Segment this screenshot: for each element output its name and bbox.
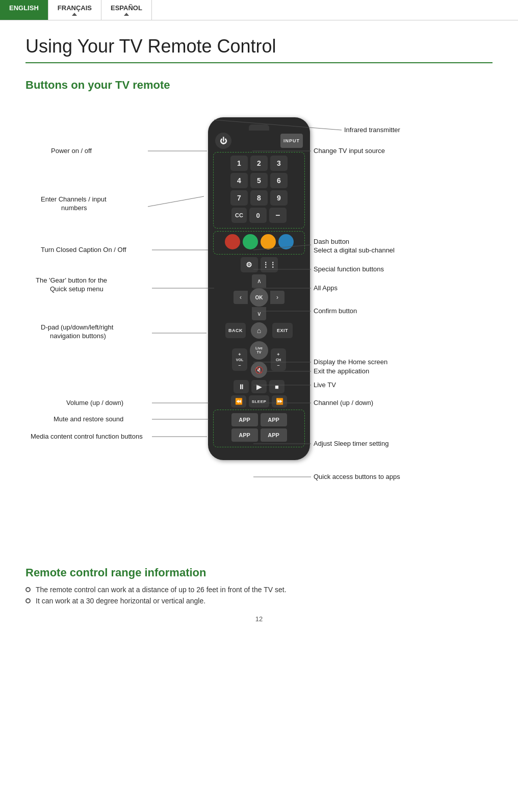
input-button[interactable]: INPUT [280,134,303,148]
label-dpad-1: D-pad (up/down/left/right [41,323,114,331]
app-row-2: APP APP [216,428,302,442]
livetv-label-top: Live [255,346,263,350]
btn-8[interactable]: 8 [250,190,268,206]
label-special-fn: Special function buttons [314,265,384,273]
svg-line-3 [148,196,204,207]
vol-label: VOL [236,358,243,362]
espanol-triangle-icon [124,13,129,16]
media-row: ⏸ ▶ ■ [213,380,305,393]
ok-button[interactable]: OK [250,288,268,307]
label-gear-1: The 'Gear' button for the [36,276,107,284]
livetv-mute-col: Live TV 🔇 [250,341,268,378]
btn-6[interactable]: 6 [270,173,288,188]
section1-title: Buttons on your TV remote [25,79,493,92]
gear-apps-row: ⚙ ⋮⋮ [213,257,305,272]
num-row-1: 1 2 3 [216,156,302,171]
bullet-1 [25,587,31,592]
play-button[interactable]: ▶ [251,380,267,393]
vol-button[interactable]: + VOL – [232,348,247,371]
rewind-button[interactable]: ⏪ [231,395,246,408]
btn-0[interactable]: 0 [249,208,267,223]
btn-7[interactable]: 7 [230,190,248,206]
tab-english[interactable]: ENGLISH [0,0,48,20]
btn-5[interactable]: 5 [250,173,268,188]
livetv-label-bottom: TV [257,350,262,354]
back-exit-row: BACK ⌂ EXIT [213,322,305,339]
app-buttons-section: APP APP APP APP [213,410,305,447]
label-channels-2: numbers [61,204,87,212]
btn-4[interactable]: 4 [230,173,248,188]
label-cc: Turn Closed Caption On / Off [41,246,126,253]
number-pad-section: 1 2 3 4 5 6 7 8 9 CC [213,152,305,229]
home-button[interactable]: ⌂ [251,322,267,339]
pause-button[interactable]: ⏸ [234,380,249,393]
btn-2[interactable]: 2 [250,156,268,171]
exit-button[interactable]: EXIT [272,323,293,338]
all-apps-button[interactable]: ⋮⋮ [261,257,278,272]
label-live-tv: Live TV [314,381,336,389]
vol-minus-icon: – [238,363,241,368]
btn-9[interactable]: 9 [270,190,288,206]
btn-red[interactable] [225,234,240,249]
vol-plus-icon: + [238,352,241,357]
main-content: Using Your TV Remote Control Buttons on … [0,20,518,643]
language-tabs: ENGLISH FRANÇAIS ESPAÑOL [0,0,518,20]
sleep-button[interactable]: SLEEP [249,395,269,408]
range-section: Remote control range information The rem… [25,566,493,605]
range-item-1: The remote control can work at a distanc… [25,586,493,594]
dpad-container: ∧ ‹ OK › ∨ [234,274,284,320]
stop-button[interactable]: ■ [269,380,284,393]
power-input-row: ⏻ INPUT [213,133,305,149]
ch-button[interactable]: + CH – [271,348,286,371]
dpad-up[interactable]: ∧ [252,274,266,288]
tab-espanol-label: ESPAÑOL [111,4,142,12]
range-item-2: It can work at a 30 degree horizontal or… [25,597,493,605]
remote-body: ⏻ INPUT 1 2 3 4 5 6 7 [208,117,310,460]
label-quick-access: Quick access buttons to apps [314,473,400,480]
dpad-left[interactable]: ‹ [234,291,248,304]
num-row-2: 4 5 6 [216,173,302,188]
tab-espanol[interactable]: ESPAÑOL [101,0,152,20]
cc-button[interactable]: CC [231,208,247,223]
gear-button[interactable]: ⚙ [241,257,258,272]
dpad-down[interactable]: ∨ [252,307,266,320]
label-infrared: Infrared transmitter [344,126,400,134]
app-btn-4[interactable]: APP [261,428,287,442]
label-channels-1: Enter Channels / input [41,195,107,203]
btn-3[interactable]: 3 [270,156,288,171]
rew-sleep-fwd-row: ⏪ SLEEP ⏩ [213,395,305,408]
page-title: Using Your TV Remote Control [25,36,493,63]
btn-1[interactable]: 1 [230,156,248,171]
vol-livetv-ch-row: + VOL – Live TV 🔇 + CH – [213,341,305,378]
livetv-button[interactable]: Live TV [250,341,268,360]
color-btn-row [216,234,302,249]
dpad-right[interactable]: › [270,291,284,304]
color-buttons-section [213,231,305,255]
dash-button[interactable]: – [269,208,287,223]
forward-button[interactable]: ⏩ [272,395,287,408]
app-btn-2[interactable]: APP [261,413,287,426]
app-btn-3[interactable]: APP [231,428,258,442]
label-dpad-2: navigation buttons) [50,332,106,340]
num-row-3: 7 8 9 [216,190,302,206]
btn-yellow[interactable] [261,234,276,249]
label-gear-2: Quick setup menu [50,285,103,293]
tab-francais[interactable]: FRANÇAIS [48,0,101,20]
label-input: Change TV input source [314,147,385,155]
btn-green[interactable] [243,234,258,249]
app-row-1: APP APP [216,413,302,426]
label-home-screen: Display the Home screen [314,358,387,366]
btn-blue[interactable] [278,234,294,249]
label-volume: Volume (up / down) [66,399,123,407]
page-number: 12 [25,615,493,623]
bullet-2 [25,598,31,603]
back-button[interactable]: BACK [225,323,246,338]
mute-button[interactable]: 🔇 [251,362,267,378]
range-title: Remote control range information [25,566,493,579]
power-button[interactable]: ⏻ [215,133,231,149]
remote-control: ⏻ INPUT 1 2 3 4 5 6 7 [208,117,310,460]
tab-francais-label: FRANÇAIS [58,4,92,12]
app-btn-1[interactable]: APP [231,413,258,426]
label-channel: Channel (up / down) [314,399,373,407]
label-sleep: Adjust Sleep timer setting [314,440,388,447]
